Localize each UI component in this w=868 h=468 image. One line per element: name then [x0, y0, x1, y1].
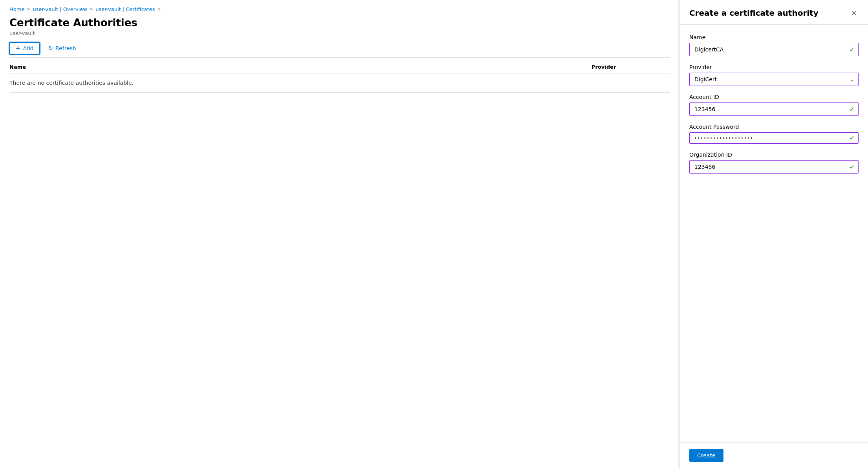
refresh-button[interactable]: ↻ Refresh: [43, 42, 82, 54]
create-button[interactable]: Create: [689, 449, 723, 462]
breadcrumb-sep-3: >: [157, 7, 161, 12]
side-panel: Create a certificate authority × Name ✓ …: [679, 0, 868, 468]
organization-id-input[interactable]: [689, 160, 859, 174]
toolbar: + Add ↻ Refresh: [9, 42, 670, 58]
table-area: Name Provider There are no certificate a…: [9, 61, 670, 93]
add-button-label: Add: [23, 45, 33, 51]
account-id-input[interactable]: [689, 102, 859, 116]
name-input[interactable]: [689, 43, 859, 56]
page-title: Certificate Authorities: [9, 17, 670, 29]
organization-id-field-group: Organization ID ✓: [689, 152, 859, 174]
account-id-input-wrapper: ✓: [689, 102, 859, 116]
panel-body: Name ✓ Provider DigiCert GlobalSign ⌄ Ac…: [680, 25, 868, 442]
panel-close-button[interactable]: ×: [850, 8, 859, 18]
name-label: Name: [689, 34, 859, 40]
name-input-wrapper: ✓: [689, 43, 859, 56]
provider-field-group: Provider DigiCert GlobalSign ⌄: [689, 64, 859, 86]
provider-select[interactable]: DigiCert GlobalSign: [689, 73, 859, 86]
panel-header: Create a certificate authority ×: [680, 0, 868, 25]
account-password-label: Account Password: [689, 124, 859, 130]
breadcrumb: Home > user-vault | Overview > user-vaul…: [9, 6, 670, 12]
account-password-input-wrapper: ✓: [689, 132, 859, 144]
breadcrumb-sep-2: >: [90, 7, 93, 12]
page-subtitle: user-vault: [9, 30, 670, 36]
table-header: Name Provider: [9, 61, 670, 73]
col-name-header: Name: [9, 64, 591, 70]
account-id-label: Account ID: [689, 94, 859, 100]
add-button[interactable]: + Add: [9, 42, 40, 54]
breadcrumb-sep-1: >: [27, 7, 30, 12]
provider-label: Provider: [689, 64, 859, 70]
breadcrumb-home[interactable]: Home: [9, 6, 24, 12]
account-password-field-group: Account Password ✓: [689, 124, 859, 144]
provider-select-wrapper: DigiCert GlobalSign ⌄: [689, 73, 859, 86]
name-field-group: Name ✓: [689, 34, 859, 56]
plus-icon: +: [15, 45, 20, 51]
panel-title: Create a certificate authority: [689, 8, 819, 18]
panel-footer: Create: [680, 442, 868, 468]
organization-id-input-wrapper: ✓: [689, 160, 859, 174]
refresh-button-label: Refresh: [55, 45, 76, 51]
breadcrumb-overview[interactable]: user-vault | Overview: [33, 6, 87, 12]
main-content: Home > user-vault | Overview > user-vaul…: [0, 0, 679, 468]
col-provider-header: Provider: [591, 64, 670, 70]
table-empty-message: There are no certificate authorities ava…: [9, 73, 670, 93]
breadcrumb-certificates[interactable]: user-vault | Certificates: [95, 6, 155, 12]
refresh-icon: ↻: [48, 45, 53, 52]
account-password-input[interactable]: [689, 132, 859, 144]
organization-id-label: Organization ID: [689, 152, 859, 158]
account-id-field-group: Account ID ✓: [689, 94, 859, 116]
